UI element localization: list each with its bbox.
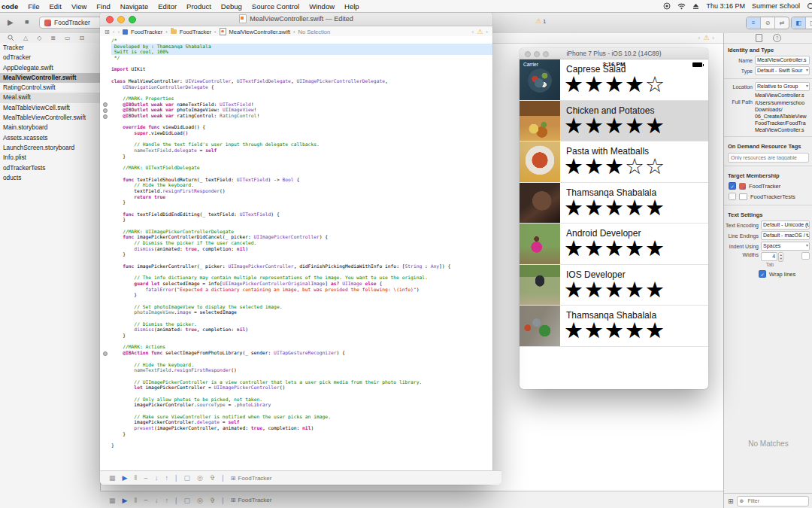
process-label[interactable]: FoodTracker <box>238 475 271 482</box>
star-filled-icon[interactable]: ★ <box>564 236 584 261</box>
back-icon[interactable]: ‹ <box>113 29 115 35</box>
name-field[interactable]: MealViewController.s <box>755 56 810 65</box>
star-filled-icon[interactable]: ★ <box>604 71 625 97</box>
warning-icon[interactable]: ⚠ <box>477 28 483 35</box>
wifi-icon[interactable] <box>677 3 686 10</box>
star-filled-icon[interactable]: ★ <box>625 195 645 221</box>
close-button[interactable] <box>106 16 114 23</box>
rating-control[interactable]: ★★★★★ <box>564 236 665 260</box>
issue-navigator-icon[interactable]: △ <box>23 35 28 41</box>
menu-item[interactable]: Product <box>186 2 211 11</box>
star-filled-icon[interactable]: ★ <box>584 236 604 261</box>
debug-area-toggle-button[interactable]: ◫ <box>806 17 812 29</box>
star-filled-icon[interactable]: ★ <box>604 318 625 343</box>
nav-file-row[interactable]: MealTableViewCell.swift <box>0 103 100 113</box>
next-issue-icon[interactable]: › <box>486 29 488 35</box>
meal-row[interactable]: Thamsanqa Shabalala★★★★★ <box>520 306 708 347</box>
debug-navigator-icon[interactable]: ≣ <box>50 35 56 41</box>
connection-well-icon[interactable] <box>103 351 108 356</box>
star-filled-icon[interactable]: ★ <box>645 318 665 343</box>
target-checkbox[interactable] <box>729 193 736 200</box>
menu-item[interactable]: Find <box>96 2 110 11</box>
line-endings-dropdown[interactable]: Default - macOS / U <box>761 231 810 240</box>
target-row[interactable]: ✓FoodTracker <box>724 181 812 191</box>
prev-issue-icon[interactable]: ‹ <box>472 29 474 35</box>
meal-row[interactable]: Android Developer★★★★★ <box>520 224 708 265</box>
star-filled-icon[interactable]: ★ <box>584 71 604 97</box>
search-navigator-icon[interactable] <box>8 35 14 41</box>
menu-item[interactable]: Source Control <box>252 2 299 11</box>
standard-editor-button[interactable]: ≡ <box>747 17 761 29</box>
nav-file-row[interactable]: LaunchScreen.storyboard <box>0 143 100 153</box>
rating-control[interactable]: ★★★★☆ <box>564 72 665 96</box>
assistant-editor-button[interactable]: ⊘ <box>761 17 775 29</box>
nav-file-row[interactable]: Main.storyboard <box>0 123 100 132</box>
prev-issue-icon[interactable]: ‹ <box>698 35 701 41</box>
nav-file-row[interactable]: AppDelegate.swift <box>0 63 100 73</box>
menu-clock[interactable]: Thu 3:16 PM <box>706 2 745 10</box>
star-filled-icon[interactable]: ★ <box>604 154 625 179</box>
menu-item[interactable]: Window <box>309 2 335 11</box>
star-filled-icon[interactable]: ★ <box>584 113 604 138</box>
navigator-toggle-button[interactable]: ◧ <box>792 17 806 29</box>
menu-item[interactable]: Navigate <box>120 2 149 11</box>
star-filled-icon[interactable]: ★ <box>604 195 625 221</box>
target-checkbox[interactable]: ✓ <box>729 182 736 190</box>
minimize-button[interactable] <box>117 16 125 23</box>
pause-icon[interactable]: ‖ <box>134 497 137 504</box>
report-navigator-icon[interactable]: ⊟ <box>80 35 85 41</box>
star-filled-icon[interactable]: ★ <box>564 113 584 138</box>
meal-row[interactable]: Pasta with Meatballs★★★☆☆ <box>520 141 708 183</box>
connection-well-icon[interactable] <box>103 114 108 119</box>
breadcrumb-group[interactable]: FoodTracker <box>180 29 211 35</box>
star-filled-icon[interactable]: ★ <box>584 318 604 343</box>
memory-graph-icon[interactable]: ◎ <box>197 474 203 482</box>
star-filled-icon[interactable]: ★ <box>645 236 665 261</box>
menu-item[interactable]: Help <box>344 2 359 11</box>
star-filled-icon[interactable]: ★ <box>604 277 625 303</box>
spotlight-icon[interactable] <box>807 2 812 11</box>
console-toggle-icon[interactable]: ▦ <box>109 474 116 482</box>
filter-field[interactable]: ⊛ <box>737 496 809 506</box>
console-toggle-icon[interactable]: ▦ <box>109 497 116 504</box>
connection-well-icon[interactable] <box>103 102 108 107</box>
simulator-title-bar[interactable]: iPhone 7 Plus - iOS 10.2 (14C89) <box>520 48 708 59</box>
star-filled-icon[interactable]: ★ <box>564 277 584 303</box>
nav-file-row[interactable]: Info.plist <box>0 153 100 163</box>
tab-width-field[interactable]: 4 <box>761 252 777 261</box>
minimize-button[interactable] <box>534 51 540 57</box>
simulate-location-icon[interactable]: ✞ <box>210 497 216 504</box>
menu-item[interactable]: Debug <box>221 2 242 11</box>
related-items-icon[interactable]: ⊞ <box>105 29 110 35</box>
breadcrumb-selection[interactable]: No Selection <box>298 29 331 35</box>
menu-item[interactable]: Edit <box>50 2 62 11</box>
star-filled-icon[interactable]: ★ <box>564 71 584 97</box>
nav-file-row[interactable]: MealTableViewController.swift <box>0 113 100 123</box>
eject-icon[interactable] <box>692 3 699 10</box>
nav-file-row[interactable]: odTracker <box>0 53 100 62</box>
meal-row[interactable]: Chicken and Potatoes★★★★★ <box>520 101 708 142</box>
view-debugger-icon[interactable]: ▢ <box>183 474 190 482</box>
star-filled-icon[interactable]: ★ <box>625 318 645 343</box>
nav-file-row[interactable]: MealViewController.swift <box>0 73 100 83</box>
breakpoints-toggle-icon[interactable]: ▶ <box>123 474 128 482</box>
screen-record-icon[interactable] <box>663 2 671 10</box>
nav-file-row[interactable]: Tracker <box>0 43 100 53</box>
nav-file-row[interactable]: oducts <box>0 173 100 183</box>
text-encoding-dropdown[interactable]: Default - Unicode (U <box>761 221 810 230</box>
star-filled-icon[interactable]: ★ <box>564 195 584 221</box>
meal-row[interactable]: Thamsanqa Shabalala★★★★★ <box>520 183 708 224</box>
type-dropdown[interactable]: Default - Swift Sour <box>755 66 810 75</box>
star-filled-icon[interactable]: ★ <box>604 113 625 138</box>
star-empty-icon[interactable]: ☆ <box>625 154 645 179</box>
view-debugger-icon[interactable]: ▢ <box>183 497 190 504</box>
star-filled-icon[interactable]: ★ <box>564 154 584 179</box>
breakpoints-toggle-icon[interactable]: ▶ <box>123 497 128 504</box>
star-filled-icon[interactable]: ★ <box>584 154 604 179</box>
menu-item[interactable]: View <box>71 2 86 11</box>
rating-control[interactable]: ★★★★★ <box>564 114 665 138</box>
star-filled-icon[interactable]: ★ <box>625 236 645 261</box>
step-into-icon[interactable]: ↓ <box>155 474 159 482</box>
app-menu[interactable]: code <box>2 2 18 11</box>
simulate-location-icon[interactable]: ✞ <box>210 474 216 482</box>
